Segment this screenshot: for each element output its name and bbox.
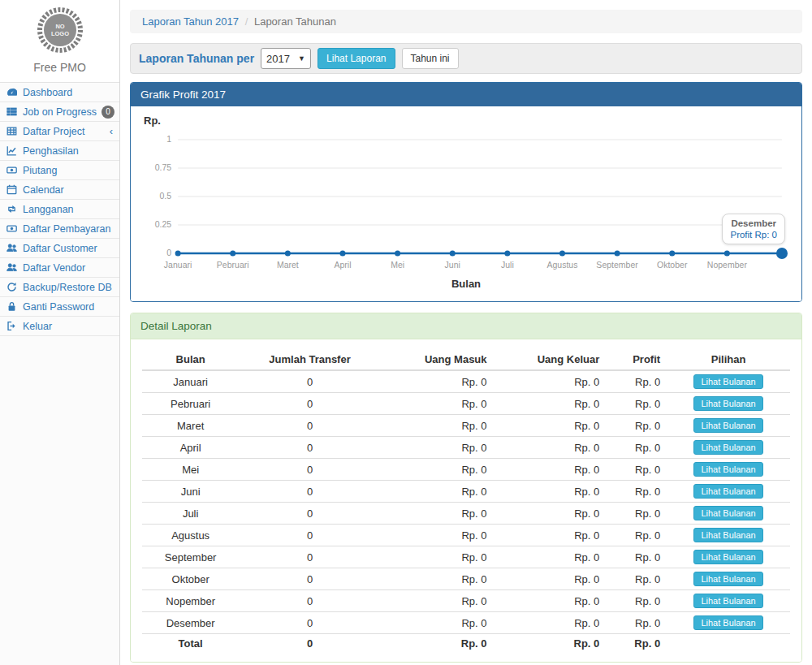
header-uang-masuk: Uang Masuk — [381, 349, 494, 370]
view-monthly-button[interactable]: Lihat Bulanan — [693, 462, 762, 477]
table-cell-action: Lihat Bulanan — [667, 503, 790, 525]
sidebar-item-langganan[interactable]: Langganan — [0, 200, 119, 219]
year-select[interactable]: 2017 ▼ — [261, 48, 311, 69]
svg-text:Agustus: Agustus — [546, 260, 577, 270]
sidebar-item-label: Daftar Customer — [23, 243, 97, 254]
sidebar-item-label: Job on Progress — [23, 106, 97, 118]
sidebar-item-calendar[interactable]: Calendar — [0, 180, 119, 200]
table-cell: Rp. 0 — [381, 546, 494, 568]
sidebar-item-daftar-pembayaran[interactable]: Daftar Pembayaran — [0, 219, 119, 239]
page-layout: NO LOGO Free PMO DashboardJob on Progres… — [0, 0, 812, 665]
calendar-icon — [6, 184, 18, 196]
svg-text:Maret: Maret — [277, 260, 299, 270]
table-cell: Rp. 0 — [606, 370, 667, 393]
svg-text:Oktober: Oktober — [657, 260, 688, 270]
view-monthly-button[interactable]: Lihat Bulanan — [693, 506, 762, 520]
table-cell: Januari — [142, 370, 239, 393]
table-cell: 0 — [239, 415, 381, 437]
table-cell: Rp. 0 — [606, 393, 667, 415]
table-cell-action: Lihat Bulanan — [667, 393, 790, 415]
table-cell: Rp. 0 — [494, 590, 607, 612]
view-monthly-button[interactable]: Lihat Bulanan — [693, 374, 762, 389]
table-cell: 0 — [239, 503, 381, 525]
view-monthly-button[interactable]: Lihat Bulanan — [693, 615, 762, 630]
table-cell-action: Lihat Bulanan — [667, 568, 790, 590]
sidebar-item-backup-restore-db[interactable]: Backup/Restore DB — [0, 278, 119, 297]
table-cell: Rp. 0 — [494, 481, 607, 503]
table-cell: Rp. 0 — [381, 459, 494, 481]
sidebar-item-label: Backup/Restore DB — [23, 282, 112, 293]
table-total-row: Total0Rp. 0Rp. 0Rp. 0 — [142, 634, 790, 654]
table-cell: Total — [142, 634, 239, 654]
svg-text:September: September — [596, 260, 638, 270]
view-monthly-button[interactable]: Lihat Bulanan — [693, 440, 762, 455]
users-icon — [6, 243, 18, 254]
svg-text:0.25: 0.25 — [155, 220, 172, 230]
sidebar-item-dashboard[interactable]: Dashboard — [0, 83, 119, 102]
table-cell: 0 — [239, 393, 381, 415]
view-monthly-button[interactable]: Lihat Bulanan — [693, 484, 762, 499]
header-uang-keluar: Uang Keluar — [494, 349, 607, 370]
table-cell: 0 — [239, 437, 381, 459]
view-monthly-button[interactable]: Lihat Bulanan — [693, 528, 762, 542]
table-cell: Rp. 0 — [606, 590, 667, 612]
sidebar-item-daftar-vendor[interactable]: Daftar Vendor — [0, 258, 119, 278]
report-filter-bar: Laporan Tahunan per 2017 ▼ Lihat Laporan… — [130, 43, 802, 74]
sidebar-item-daftar-customer[interactable]: Daftar Customer — [0, 239, 119, 258]
caret-down-icon: ▼ — [298, 54, 305, 63]
table-row: Desember0Rp. 0Rp. 0Rp. 0Lihat Bulanan — [142, 612, 790, 634]
chart-tooltip-value: Profit Rp: 0 — [730, 230, 777, 240]
table-row: Juni0Rp. 0Rp. 0Rp. 0Lihat Bulanan — [142, 481, 790, 503]
breadcrumb-link-laporan-tahun[interactable]: Laporan Tahun 2017 — [142, 15, 239, 28]
this-year-button[interactable]: Tahun ini — [402, 48, 459, 69]
table-row: Nopember0Rp. 0Rp. 0Rp. 0Lihat Bulanan — [142, 590, 790, 612]
view-monthly-button[interactable]: Lihat Bulanan — [693, 594, 762, 608]
refresh-icon — [6, 282, 18, 293]
header-profit: Profit — [606, 349, 667, 370]
sidebar-item-daftar-project[interactable]: Daftar Project‹ — [0, 122, 119, 141]
table-cell: 0 — [239, 481, 381, 503]
view-monthly-button[interactable]: Lihat Bulanan — [693, 572, 762, 586]
sidebar: NO LOGO Free PMO DashboardJob on Progres… — [0, 0, 120, 665]
dashboard-icon — [6, 87, 18, 98]
report-table: Bulan Jumlah Transfer Uang Masuk Uang Ke… — [142, 349, 790, 654]
table-cell: Rp. 0 — [494, 634, 607, 654]
view-monthly-button[interactable]: Lihat Bulanan — [693, 550, 762, 564]
chart-x-axis-label: Bulan — [140, 278, 792, 290]
svg-text:Juli: Juli — [501, 260, 514, 270]
header-pilihan: Pilihan — [667, 349, 790, 370]
sidebar-item-piutang[interactable]: Piutang — [0, 161, 119, 180]
table-cell: Maret — [142, 415, 239, 437]
users-icon — [6, 262, 18, 274]
svg-text:NO: NO — [55, 23, 64, 30]
sidebar-item-label: Penghasilan — [23, 145, 79, 157]
table-cell: 0 — [239, 546, 381, 568]
table-cell: Rp. 0 — [494, 370, 607, 393]
sidebar-item-ganti-password[interactable]: Ganti Password — [0, 297, 119, 317]
sidebar-item-label: Keluar — [23, 321, 52, 332]
svg-text:Juni: Juni — [445, 260, 460, 270]
money-icon — [6, 223, 18, 235]
sidebar-item-job-on-progress[interactable]: Job on Progress0 — [0, 102, 119, 122]
view-report-button[interactable]: Lihat Laporan — [317, 48, 395, 69]
sidebar-item-keluar[interactable]: Keluar — [0, 317, 119, 336]
sidebar-item-penghasilan[interactable]: Penghasilan — [0, 141, 119, 161]
table-row: Oktober0Rp. 0Rp. 0Rp. 0Lihat Bulanan — [142, 568, 790, 590]
svg-text:1: 1 — [166, 135, 171, 145]
sidebar-nav: DashboardJob on Progress0Daftar Project‹… — [0, 83, 119, 336]
table-cell: Rp. 0 — [606, 612, 667, 634]
table-cell: Agustus — [142, 525, 239, 546]
svg-text:0.5: 0.5 — [159, 192, 171, 201]
view-monthly-button[interactable]: Lihat Bulanan — [693, 418, 762, 433]
money-icon — [6, 165, 18, 176]
view-monthly-button[interactable]: Lihat Bulanan — [693, 396, 762, 411]
table-cell: Juli — [142, 503, 239, 525]
svg-text:Mei: Mei — [391, 260, 404, 270]
sidebar-item-label: Daftar Vendor — [23, 262, 85, 274]
filter-label: Laporan Tahunan per — [139, 52, 254, 65]
table-cell-action: Lihat Bulanan — [667, 415, 790, 437]
retweet-icon — [6, 204, 18, 215]
table-cell-action: Lihat Bulanan — [667, 525, 790, 546]
sidebar-item-label: Calendar — [23, 184, 64, 196]
table-row: September0Rp. 0Rp. 0Rp. 0Lihat Bulanan — [142, 546, 790, 568]
